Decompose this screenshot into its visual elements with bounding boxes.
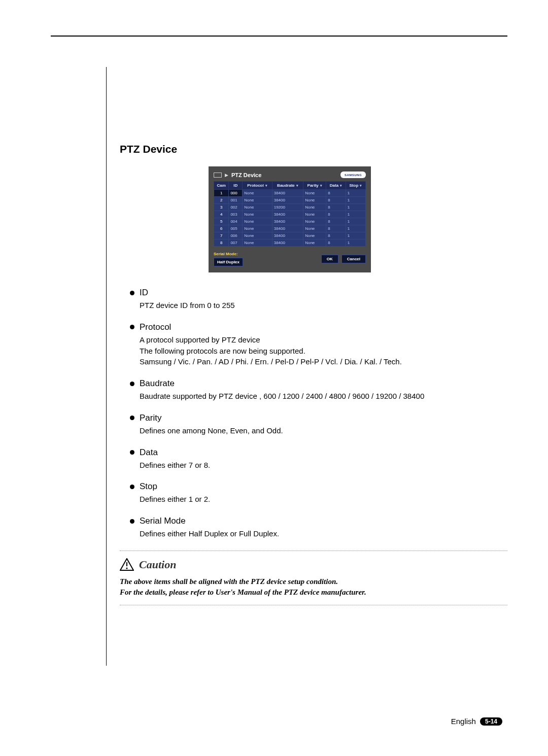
caution-heading-row: Caution [120, 558, 507, 571]
cell-cam[interactable]: 6 [214, 225, 229, 232]
item-heading-row: ID [130, 288, 507, 298]
cell-data[interactable]: 8 [326, 239, 346, 247]
cell-baudrate[interactable]: 38400 [272, 197, 303, 204]
cell-baudrate[interactable]: 19200 [272, 204, 303, 211]
cell-id[interactable]: 006 [229, 232, 243, 239]
cell-data[interactable]: 8 [326, 232, 346, 239]
cell-cam[interactable]: 4 [214, 211, 229, 218]
cell-protocol[interactable]: None [243, 225, 272, 232]
cell-protocol[interactable]: None [243, 218, 272, 225]
footer-language: English [451, 717, 476, 726]
cell-protocol[interactable]: None [243, 232, 272, 239]
col-stop[interactable]: Stop ▾ [346, 182, 365, 190]
table-row[interactable]: 7006None38400None81 [214, 232, 366, 239]
table-row[interactable]: 4003None38400None81 [214, 211, 366, 218]
cell-id[interactable]: 002 [229, 204, 243, 211]
definition-item: Serial ModeDefines either Half Duplex or… [130, 516, 507, 539]
table-row[interactable]: 6005None38400None81 [214, 225, 366, 232]
serial-mode-value[interactable]: Half Duplex [214, 258, 243, 266]
cell-stop[interactable]: 1 [346, 232, 365, 239]
bullet-icon [130, 416, 134, 420]
ok-button[interactable]: OK [321, 255, 338, 263]
cell-stop[interactable]: 1 [346, 211, 365, 218]
chevron-down-icon: ▾ [359, 184, 362, 187]
breadcrumb-arrow-icon: ▶ [225, 173, 228, 178]
cell-parity[interactable]: None [303, 218, 326, 225]
col-baudrate[interactable]: Baudrate ▾ [272, 182, 303, 190]
bullet-icon [130, 519, 134, 524]
section-title: PTZ Device [120, 143, 507, 155]
cell-data[interactable]: 8 [326, 225, 346, 232]
warning-icon [120, 558, 134, 571]
cell-protocol[interactable]: None [243, 204, 272, 211]
col-parity[interactable]: Parity ▾ [303, 182, 326, 190]
cell-baudrate[interactable]: 38400 [272, 190, 303, 197]
cell-stop[interactable]: 1 [346, 204, 365, 211]
cell-parity[interactable]: None [303, 232, 326, 239]
cell-protocol[interactable]: None [243, 211, 272, 218]
cell-id[interactable]: 003 [229, 211, 243, 218]
page-number-badge: 5-14 [480, 717, 502, 726]
cell-data[interactable]: 8 [326, 190, 346, 197]
definition-item: ProtocolA protocol supported by PTZ devi… [130, 322, 507, 367]
item-description: PTZ device ID from 0 to 255 [140, 300, 507, 311]
ptz-device-panel: ▶ PTZ Device SAMSUNG Cam ID Protocol ▾ B… [209, 166, 371, 272]
cell-stop[interactable]: 1 [346, 190, 365, 197]
cell-cam[interactable]: 8 [214, 239, 229, 247]
col-data[interactable]: Data ▾ [326, 182, 346, 190]
cell-parity[interactable]: None [303, 190, 326, 197]
caution-heading: Caution [139, 558, 176, 571]
cell-baudrate[interactable]: 38400 [272, 239, 303, 247]
cell-parity[interactable]: None [303, 239, 326, 247]
cancel-button[interactable]: Cancel [341, 255, 366, 263]
cell-data[interactable]: 8 [326, 204, 346, 211]
cell-data[interactable]: 8 [326, 211, 346, 218]
ptz-table-body: 1000None38400None812001None38400None8130… [214, 190, 366, 247]
item-description: A protocol supported by PTZ deviceThe fo… [140, 334, 507, 367]
cell-cam[interactable]: 5 [214, 218, 229, 225]
cell-id[interactable]: 001 [229, 197, 243, 204]
table-row[interactable]: 1000None38400None81 [214, 190, 366, 197]
cell-id[interactable]: 007 [229, 239, 243, 247]
cell-parity[interactable]: None [303, 204, 326, 211]
cell-data[interactable]: 8 [326, 197, 346, 204]
cell-cam[interactable]: 2 [214, 197, 229, 204]
chevron-down-icon: ▾ [295, 184, 298, 187]
cell-id[interactable]: 005 [229, 225, 243, 232]
cell-stop[interactable]: 1 [346, 225, 365, 232]
cell-id[interactable]: 000 [229, 190, 243, 197]
bullet-icon [130, 382, 134, 386]
table-row[interactable]: 3002None19200None81 [214, 204, 366, 211]
cell-baudrate[interactable]: 38400 [272, 232, 303, 239]
caution-body: The above items shall be aligned with th… [120, 576, 507, 598]
cell-cam[interactable]: 7 [214, 232, 229, 239]
cell-parity[interactable]: None [303, 197, 326, 204]
cell-baudrate[interactable]: 38400 [272, 218, 303, 225]
col-protocol[interactable]: Protocol ▾ [243, 182, 272, 190]
cell-parity[interactable]: None [303, 211, 326, 218]
definition-item: StopDefines either 1 or 2. [130, 482, 507, 505]
brand-logo: SAMSUNG [340, 171, 366, 178]
cell-cam[interactable]: 3 [214, 204, 229, 211]
cell-protocol[interactable]: None [243, 197, 272, 204]
cell-data[interactable]: 8 [326, 218, 346, 225]
cell-cam[interactable]: 1 [214, 190, 229, 197]
cell-protocol[interactable]: None [243, 239, 272, 247]
cell-parity[interactable]: None [303, 225, 326, 232]
cell-stop[interactable]: 1 [346, 197, 365, 204]
cell-protocol[interactable]: None [243, 190, 272, 197]
definition-item: IDPTZ device ID from 0 to 255 [130, 288, 507, 311]
cell-baudrate[interactable]: 38400 [272, 211, 303, 218]
cell-id[interactable]: 004 [229, 218, 243, 225]
page-footer: English 5-14 [451, 717, 502, 726]
table-row[interactable]: 2001None38400None81 [214, 197, 366, 204]
cell-baudrate[interactable]: 38400 [272, 225, 303, 232]
table-row[interactable]: 8007None38400None81 [214, 239, 366, 247]
item-description: Defines either 7 or 8. [140, 460, 507, 471]
cell-stop[interactable]: 1 [346, 218, 365, 225]
bullet-icon [130, 450, 134, 455]
cell-stop[interactable]: 1 [346, 239, 365, 247]
bullet-icon [130, 291, 134, 295]
panel-title: PTZ Device [231, 172, 261, 178]
table-row[interactable]: 5004None38400None81 [214, 218, 366, 225]
